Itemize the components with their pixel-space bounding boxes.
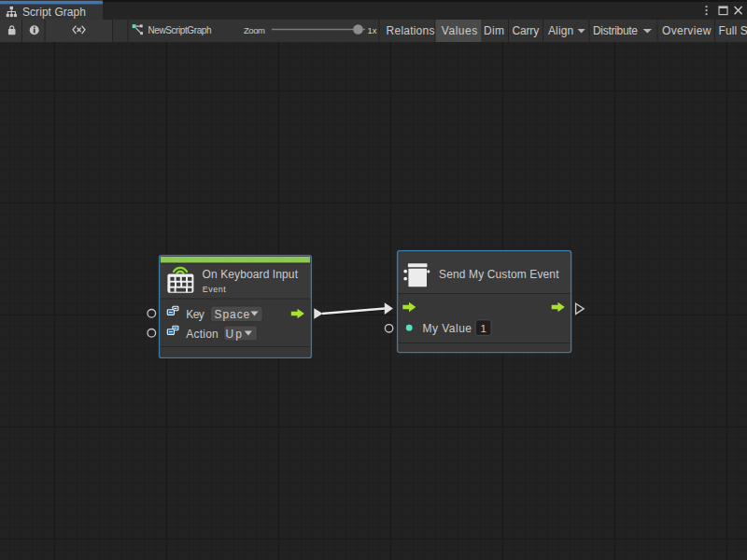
svg-text:Send My Custom Event: Send My Custom Event <box>439 268 559 281</box>
svg-text:Full Screen: Full Screen <box>719 24 747 37</box>
svg-text:On Keyboard Input: On Keyboard Input <box>203 268 299 281</box>
svg-text:Space: Space <box>215 308 250 321</box>
svg-text:Align: Align <box>548 24 573 37</box>
svg-text:Action: Action <box>186 328 218 341</box>
svg-text:Distribute: Distribute <box>593 24 638 37</box>
svg-text:Event: Event <box>203 285 226 294</box>
svg-text:NewScriptGraph: NewScriptGraph <box>148 25 212 35</box>
svg-text:Values: Values <box>442 24 478 37</box>
svg-text:Carry: Carry <box>512 24 539 37</box>
svg-text:Dim: Dim <box>484 24 504 37</box>
svg-text:1: 1 <box>481 323 486 334</box>
svg-text:1x: 1x <box>368 25 377 35</box>
svg-text:Script Graph: Script Graph <box>22 6 86 19</box>
svg-text:Key: Key <box>186 308 204 321</box>
svg-text:Zoom: Zoom <box>244 25 265 35</box>
svg-text:Relations: Relations <box>387 24 435 37</box>
svg-text:My Value: My Value <box>423 322 472 335</box>
svg-text:Overview: Overview <box>662 24 712 37</box>
